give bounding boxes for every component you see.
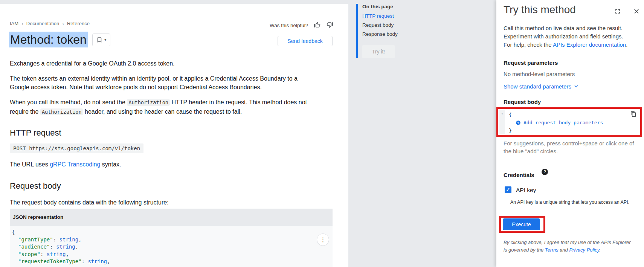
- bookmark-button[interactable]: ▾: [92, 34, 110, 46]
- chevron-right-icon: ›: [62, 21, 64, 26]
- send-feedback-button[interactable]: Send feedback: [278, 36, 333, 46]
- privacy-policy-link[interactable]: Privacy Policy: [569, 247, 599, 253]
- add-parameters-label: Add request body parameters: [523, 119, 603, 127]
- json-code-block: { "grantType": string, "audience": strin…: [10, 226, 333, 267]
- code-punctuation: :: [82, 258, 88, 264]
- code-punctuation: :: [40, 251, 47, 257]
- breadcrumb-item-iam[interactable]: IAM: [10, 21, 18, 26]
- copy-icon: [630, 111, 636, 117]
- legal-text-part: .: [599, 247, 601, 253]
- panel-title: Try this method: [504, 4, 576, 16]
- editor-open-brace: {: [509, 112, 512, 117]
- json-key: "audience": [18, 244, 50, 250]
- json-value: string: [60, 236, 79, 243]
- execute-button[interactable]: Execute: [503, 218, 540, 230]
- grpc-transcoding-link[interactable]: gRPC Transcoding: [50, 161, 100, 168]
- code-punctuation: ,: [66, 251, 69, 257]
- add-circle-icon: [516, 120, 521, 125]
- try-this-method-panel: Try this method Call this method on live…: [496, 0, 644, 267]
- code-punctuation: {: [12, 229, 15, 235]
- page-title: Method: token: [9, 33, 88, 47]
- paragraph-text: header, and using the header can cause t…: [83, 108, 242, 115]
- main-content: IAM › Documentation › Reference Was this…: [0, 4, 348, 267]
- chevron-down-icon: [573, 83, 580, 90]
- on-this-page-nav: On this page HTTP request Request body R…: [356, 4, 420, 58]
- json-key: "scope": [18, 251, 40, 257]
- on-this-page-link-request-body[interactable]: Request body: [362, 22, 420, 28]
- editor-line: }: [509, 127, 640, 134]
- try-it-button[interactable]: Try it!: [362, 45, 395, 58]
- title-row: Method: token ▾: [9, 33, 110, 47]
- help-icon[interactable]: ?: [542, 169, 548, 175]
- panel-intro: Call this method on live data and see th…: [504, 24, 632, 49]
- json-value: string: [47, 251, 66, 257]
- thumb-down-icon[interactable]: [326, 21, 334, 30]
- fullscreen-button[interactable]: [613, 7, 622, 16]
- paragraph-text: When you call this method, do not send t…: [10, 99, 127, 105]
- code-overflow-button[interactable]: ⋮: [317, 233, 329, 246]
- api-key-checkbox[interactable]: ✓: [505, 186, 511, 193]
- code-punctuation: ,: [107, 258, 110, 264]
- editor-gutter: ▾: [499, 110, 505, 134]
- annotation-box-request-body: ▾ { Add request body parameters }: [496, 107, 642, 137]
- on-this-page-link-http-request[interactable]: HTTP request: [362, 13, 420, 19]
- bookmark-icon: [96, 37, 103, 43]
- authorization-paragraph: When you call this method, do not send t…: [10, 98, 311, 116]
- grpc-line: The URL uses gRPC Transcoding syntax.: [10, 160, 311, 169]
- code-line: "requestedTokenType": string,: [12, 258, 333, 265]
- api-key-description: An API key is a unique string that lets …: [510, 200, 638, 205]
- copy-button[interactable]: [630, 111, 636, 118]
- no-parameters-text: No method-level parameters: [504, 71, 575, 77]
- apis-explorer-documentation-link[interactable]: APIs Explorer documentation: [553, 41, 626, 48]
- json-value: string: [56, 244, 75, 250]
- panel-request-body-heading: Request body: [504, 99, 541, 105]
- request-body-heading: Request body: [10, 181, 61, 191]
- check-icon: ✓: [506, 187, 510, 192]
- thumb-up-icon[interactable]: [313, 21, 321, 30]
- http-request-code: POST https://sts.googleapis.com/v1/token: [10, 143, 143, 153]
- show-standard-parameters-link[interactable]: Show standard parameters: [504, 83, 580, 90]
- code-line: "grantType": string,: [12, 236, 333, 244]
- inline-code-authorization: Authorization: [127, 99, 170, 106]
- fullscreen-icon: [614, 8, 621, 15]
- breadcrumb-item-documentation[interactable]: Documentation: [26, 21, 59, 26]
- paragraph-text: syntax.: [100, 161, 121, 168]
- legal-text: By clicking above, I agree that my use o…: [504, 239, 635, 254]
- chevron-right-icon: ›: [21, 21, 23, 26]
- panel-intro-text: .: [626, 41, 627, 48]
- close-button[interactable]: [632, 7, 641, 16]
- credentials-heading: Credentials: [504, 172, 534, 178]
- annotation-box-execute: Execute: [499, 216, 545, 233]
- inline-code-authorization: Authorization: [40, 108, 83, 115]
- json-key: "grantType": [18, 236, 53, 243]
- terms-link[interactable]: Terms: [545, 247, 559, 253]
- request-parameters-heading: Request parameters: [504, 60, 558, 66]
- code-punctuation: :: [53, 236, 60, 243]
- request-body-editor[interactable]: ▾ { Add request body parameters }: [498, 109, 640, 135]
- page-title-selection: Method: token: [9, 32, 88, 47]
- intro-paragraph: Exchanges a credential for a Google OAut…: [10, 59, 311, 68]
- code-punctuation: ,: [75, 244, 78, 250]
- json-key: "requestedTokenType": [18, 258, 82, 264]
- more-vert-icon: ⋮: [320, 236, 326, 243]
- breadcrumb: IAM › Documentation › Reference: [10, 21, 90, 26]
- breadcrumb-item-reference[interactable]: Reference: [67, 21, 90, 26]
- helpful-label: Was this helpful?: [270, 23, 308, 28]
- json-value: string: [88, 258, 107, 264]
- suggestions-text: For suggestions, press control+space or …: [504, 139, 637, 155]
- api-key-label[interactable]: API key: [516, 187, 536, 194]
- on-this-page-link-response-body[interactable]: Response body: [362, 31, 420, 37]
- add-request-body-parameters-link[interactable]: Add request body parameters: [509, 119, 640, 127]
- request-body-intro: The request body contains data with the …: [10, 198, 311, 207]
- token-paragraph: The token asserts an external identity w…: [10, 74, 311, 92]
- show-standard-parameters-label: Show standard parameters: [504, 83, 571, 90]
- collapse-triangle-icon: ▾: [501, 112, 503, 116]
- helpful-row: Was this helpful?: [270, 21, 334, 30]
- caret-down-icon: ▾: [104, 38, 106, 42]
- editor-line: {: [509, 111, 640, 119]
- code-line: "audience": string,: [12, 243, 333, 251]
- code-line: "scope": string,: [12, 251, 333, 258]
- json-representation-header: JSON representation: [10, 209, 333, 226]
- close-icon: [633, 8, 640, 15]
- editor-close-brace: }: [509, 128, 512, 133]
